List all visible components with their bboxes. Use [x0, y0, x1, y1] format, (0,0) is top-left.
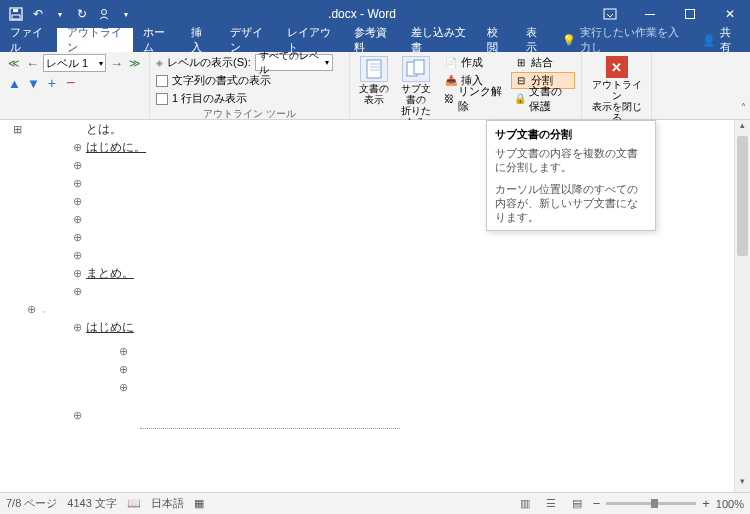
zoom-out-icon[interactable]: −	[593, 496, 601, 511]
collapse-node-icon[interactable]: ⊕	[70, 409, 84, 422]
lightbulb-icon: 💡	[562, 34, 576, 47]
close-button[interactable]: ✕	[710, 0, 750, 28]
outline-level-select[interactable]: レベル 1▾	[43, 54, 106, 72]
tab-references[interactable]: 参考資料	[344, 28, 401, 52]
collapse-node-icon[interactable]: ⊕	[70, 267, 84, 280]
read-mode-icon[interactable]: ▥	[515, 496, 535, 512]
collapse-node-icon[interactable]: ⊕	[116, 363, 130, 376]
outline-nav-group: ≪ ← レベル 1▾ → ≫ ▲ ▼ + −	[0, 52, 150, 119]
split-icon: ⊟	[514, 74, 528, 88]
ribbon-options-icon[interactable]	[590, 0, 630, 28]
tab-outline[interactable]: アウトライン	[57, 28, 133, 52]
checkbox-icon	[156, 93, 168, 105]
collapse-node-icon[interactable]: ⊕	[70, 231, 84, 244]
zoom-in-icon[interactable]: +	[702, 496, 710, 511]
tooltip-body: サブ文書の内容を複数の文書に分割します。	[495, 146, 647, 174]
collapse-node-icon[interactable]: ⊕	[116, 345, 130, 358]
save-icon[interactable]	[8, 6, 24, 22]
maximize-button[interactable]	[670, 0, 710, 28]
status-bar: 7/8 ページ 4143 文字 📖 日本語 ▦ ▥ ☰ ▤ − + 100%	[0, 492, 750, 514]
first-line-checkbox[interactable]: 1 行目のみ表示	[156, 90, 343, 107]
tell-me-input[interactable]: 💡実行したい作業を入力し	[554, 28, 688, 52]
scroll-up-icon[interactable]: ▴	[735, 120, 750, 136]
tab-mailings[interactable]: 差し込み文書	[401, 28, 477, 52]
macro-icon[interactable]: ▦	[194, 497, 204, 510]
svg-rect-2	[13, 9, 18, 12]
language-indicator[interactable]: 日本語	[151, 496, 184, 511]
collapse-subdoc-button[interactable]: サブ文書の 折りたたみ	[398, 54, 434, 127]
collapse-node-icon[interactable]: ⊕	[70, 249, 84, 262]
tab-view[interactable]: 表示	[516, 28, 555, 52]
merge-icon: ⊞	[514, 56, 528, 70]
zoom-slider[interactable]	[606, 502, 696, 505]
tab-home[interactable]: ホーム	[133, 28, 181, 52]
scroll-thumb[interactable]	[737, 136, 748, 256]
outline-text[interactable]: はじめに。	[84, 139, 146, 156]
outline-text[interactable]: まとめ。	[84, 265, 134, 282]
vertical-scrollbar[interactable]: ▴ ▾	[734, 120, 750, 492]
tooltip-body: カーソル位置以降のすべての内容が、新しいサブ文書になります。	[495, 182, 647, 224]
document-icon	[360, 56, 388, 82]
dropdown-icon[interactable]: ▾	[118, 6, 134, 22]
level-show-icon: ◈	[156, 58, 163, 68]
promote-icon[interactable]: ←	[24, 56, 41, 71]
dropdown-icon[interactable]: ▾	[52, 6, 68, 22]
outline-tools-group: ◈ レベルの表示(S): すべてのレベル▾ 文字列の書式の表示 1 行目のみ表示…	[150, 52, 350, 119]
expand-icon[interactable]: +	[44, 75, 60, 91]
outline-text[interactable]: はじめに	[84, 319, 134, 336]
collapse-node-icon[interactable]: ⊕	[70, 213, 84, 226]
lock-button[interactable]: 🔒文書の保護	[511, 90, 575, 107]
svg-rect-10	[414, 60, 424, 74]
spell-check-icon[interactable]: 📖	[127, 497, 141, 510]
svg-rect-1	[12, 15, 20, 19]
chevron-down-icon: ▾	[99, 59, 103, 68]
show-level-label: レベルの表示(S):	[167, 55, 251, 70]
collapse-node-icon[interactable]: ⊕	[70, 141, 84, 154]
collapse-node-icon[interactable]: ⊕	[70, 159, 84, 172]
show-level-select[interactable]: すべてのレベル▾	[255, 54, 333, 71]
user-icon[interactable]	[96, 6, 112, 22]
tab-insert[interactable]: 挿入	[181, 28, 220, 52]
show-document-button[interactable]: 文書の 表示	[356, 54, 392, 127]
unlink-button[interactable]: ⛓リンク解除	[441, 90, 505, 107]
move-up-icon[interactable]: ▲	[6, 76, 23, 91]
collapse-icon[interactable]: −	[62, 74, 79, 92]
collapse-node-icon[interactable]: ⊕	[70, 195, 84, 208]
svg-rect-5	[367, 60, 381, 78]
word-count[interactable]: 4143 文字	[67, 496, 117, 511]
tab-file[interactable]: ファイル	[0, 28, 57, 52]
scroll-down-icon[interactable]: ▾	[735, 476, 750, 492]
window-title: .docx - Word	[134, 7, 590, 21]
collapse-node-icon[interactable]: ⊕	[116, 381, 130, 394]
close-x-icon: ✕	[606, 56, 628, 78]
lock-icon: 🔒	[514, 92, 526, 106]
move-down-icon[interactable]: ▼	[25, 76, 42, 91]
slider-thumb[interactable]	[651, 499, 658, 508]
share-icon: 👤	[702, 34, 716, 47]
create-subdoc-button[interactable]: 📄作成	[441, 54, 505, 71]
chevron-down-icon: ▾	[325, 58, 329, 67]
collapse-node-icon[interactable]: ⊕	[70, 177, 84, 190]
master-doc-group: 文書の 表示 サブ文書の 折りたたみ 📄作成 📥挿入 ⛓リンク解除 ⊞結合 ⊟分…	[350, 52, 582, 119]
undo-icon[interactable]: ↶	[30, 6, 46, 22]
demote-body-icon[interactable]: ≫	[127, 57, 143, 70]
close-outline-button[interactable]: ✕ アウトライン 表示を閉じる	[588, 54, 645, 123]
collapse-node-icon[interactable]: ⊕	[70, 321, 84, 334]
merge-button[interactable]: ⊞結合	[511, 54, 575, 71]
tab-review[interactable]: 校閲	[477, 28, 516, 52]
collapse-node-icon[interactable]: ⊕	[24, 303, 38, 316]
collapse-node-icon[interactable]: ⊕	[70, 285, 84, 298]
zoom-level[interactable]: 100%	[716, 498, 744, 510]
show-formatting-checkbox[interactable]: 文字列の書式の表示	[156, 72, 343, 89]
minimize-button[interactable]	[630, 0, 670, 28]
outline-text[interactable]: とは。	[84, 122, 122, 136]
redo-icon[interactable]: ↻	[74, 6, 90, 22]
expand-node-icon[interactable]: ⊞	[10, 123, 24, 136]
collapse-ribbon-icon[interactable]: ˄	[741, 102, 746, 113]
page-indicator[interactable]: 7/8 ページ	[6, 496, 57, 511]
print-layout-icon[interactable]: ☰	[541, 496, 561, 512]
share-button[interactable]: 👤共有	[688, 28, 750, 52]
web-layout-icon[interactable]: ▤	[567, 496, 587, 512]
promote-top-icon[interactable]: ≪	[6, 57, 22, 70]
demote-icon[interactable]: →	[108, 56, 125, 71]
